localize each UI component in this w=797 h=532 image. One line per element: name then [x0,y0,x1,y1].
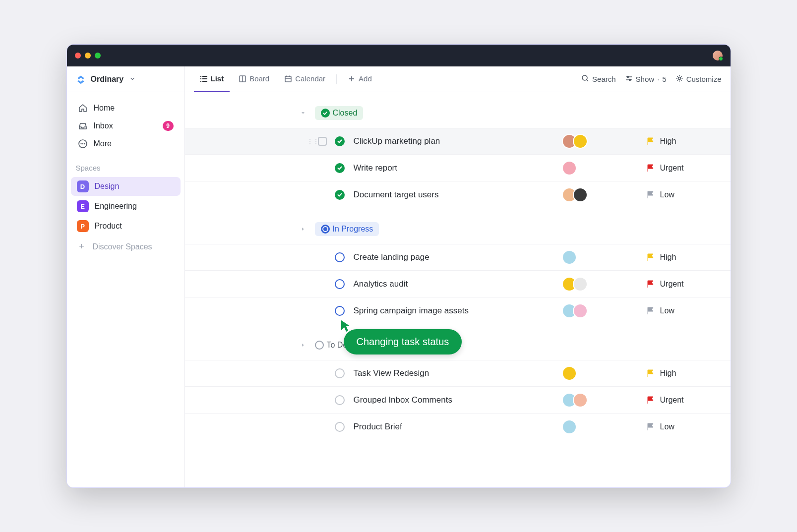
user-avatar[interactable] [713,51,723,60]
assignees[interactable] [562,393,646,408]
task-status-icon[interactable] [335,252,345,262]
task-row[interactable]: ⋮⋮ Product Brief Low [185,414,731,440]
task-status-icon[interactable] [335,368,345,378]
assignees[interactable] [562,303,646,318]
view-board[interactable]: Board [233,66,275,92]
task-name[interactable]: Document target users [354,190,562,200]
task-name[interactable]: Spring campaign image assets [354,306,562,316]
svg-point-3 [84,143,85,144]
task-row[interactable]: ⋮⋮ Task View Redesign High [185,360,731,387]
assignees[interactable] [562,419,646,434]
row-checkbox[interactable] [318,137,327,146]
gear-icon [675,74,683,84]
status-pill[interactable]: Closed [315,106,364,120]
view-toolbar: List Board Calendar [185,66,731,92]
maximize-window[interactable] [95,53,101,59]
task-name[interactable]: Create landing page [354,252,562,262]
priority-label: Low [660,422,674,431]
assignee-avatar[interactable] [573,303,588,318]
priority-label: Low [660,190,674,199]
assignees[interactable] [562,277,646,292]
workspace-switcher[interactable]: Ordinary [67,66,184,92]
svg-rect-8 [200,81,201,82]
sidebar-space-engineering[interactable]: EEngineering [71,197,181,216]
collapse-caret-icon[interactable] [299,341,307,349]
task-row[interactable]: ⋮⋮ Spring campaign image assets Low [185,297,731,324]
sidebar-space-product[interactable]: PProduct [71,217,181,236]
task-status-icon[interactable] [335,422,345,432]
space-label: Engineering [95,202,137,211]
inbox-badge: 9 [163,121,174,131]
task-status-icon[interactable] [335,190,345,200]
task-row[interactable]: ⋮⋮ Document target users Low [185,181,731,208]
workspace-name: Ordinary [91,75,124,84]
svg-point-18 [582,75,587,80]
priority[interactable]: Low [646,306,731,315]
priority[interactable]: Low [646,190,731,199]
svg-point-23 [629,79,630,81]
assignee-avatar[interactable] [573,187,588,202]
collapse-caret-icon[interactable] [299,109,307,117]
close-window[interactable] [75,53,81,59]
traffic-lights [75,53,101,59]
flag-icon [646,190,655,199]
task-name[interactable]: Write report [354,163,562,173]
assignee-avatar[interactable] [573,277,588,292]
task-row[interactable]: ⋮⋮ Create landing page High [185,244,731,271]
task-row[interactable]: ⋮⋮ Grouped Inbox Comments Urgent [185,387,731,414]
collapse-caret-icon[interactable] [299,225,307,233]
task-status-icon[interactable] [335,306,345,316]
nav-more[interactable]: More [72,135,180,153]
status-pill[interactable]: In Progress [315,222,379,236]
search-button[interactable]: Search [581,74,616,84]
nav-home-label: Home [94,104,115,113]
task-name[interactable]: Task View Redesign [354,368,562,378]
priority[interactable]: Urgent [646,280,731,289]
assignees[interactable] [562,187,646,202]
customize-button[interactable]: Customize [675,74,722,84]
assignees[interactable] [562,161,646,176]
priority[interactable]: Urgent [646,164,731,173]
assignees[interactable] [562,366,646,381]
assignee-avatar[interactable] [562,419,577,434]
priority[interactable]: Low [646,422,731,431]
discover-spaces[interactable]: + Discover Spaces [67,236,184,257]
flag-icon [646,137,655,146]
sidebar-space-design[interactable]: DDesign [71,177,181,196]
minimize-window[interactable] [85,53,91,59]
assignees[interactable] [562,134,646,149]
cursor-pointer-icon [340,319,352,335]
space-icon: E [77,200,89,212]
task-name[interactable]: Grouped Inbox Comments [354,395,562,405]
task-name[interactable]: ClickUp marketing plan [354,136,562,146]
assignee-avatar[interactable] [562,161,577,176]
drag-handle-icon[interactable]: ⋮⋮ [307,138,319,145]
show-button[interactable]: Show · 5 [625,74,667,84]
task-name[interactable]: Product Brief [354,422,562,432]
task-row[interactable]: ⋮⋮ ClickUp marketing plan High [185,128,731,155]
assignee-avatar[interactable] [573,134,588,149]
view-add[interactable]: Add [342,66,378,92]
task-status-icon[interactable] [335,136,345,146]
task-row[interactable]: ⋮⋮ Write report Urgent [185,155,731,181]
nav-inbox[interactable]: Inbox 9 [72,117,180,135]
priority[interactable]: High [646,369,731,378]
task-row[interactable]: ⋮⋮ Analytics audit Urgent [185,271,731,297]
task-status-icon[interactable] [335,163,345,173]
priority[interactable]: High [646,137,731,146]
task-name[interactable]: Analytics audit [354,279,562,289]
list-icon [200,75,208,83]
assignee-avatar[interactable] [573,393,588,408]
assignee-avatar[interactable] [562,250,577,265]
assignee-avatar[interactable] [562,366,577,381]
priority[interactable]: High [646,253,731,262]
task-status-icon[interactable] [335,279,345,289]
priority[interactable]: Urgent [646,396,731,405]
view-calendar[interactable]: Calendar [278,66,331,92]
group-header-closed[interactable]: Closed [185,104,731,128]
nav-home[interactable]: Home [72,99,180,117]
assignees[interactable] [562,250,646,265]
task-status-icon[interactable] [335,395,345,405]
view-list[interactable]: List [194,66,230,92]
group-header-inprogress[interactable]: In Progress [185,220,731,244]
